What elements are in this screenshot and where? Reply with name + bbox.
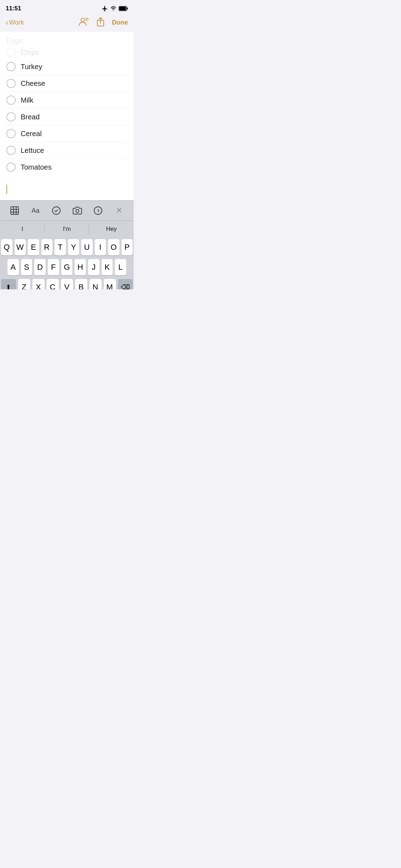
- svg-point-3: [81, 18, 84, 22]
- item-label-cheese: Cheese: [21, 79, 45, 88]
- svg-rect-8: [11, 207, 19, 215]
- checkbox-lettuce[interactable]: [6, 146, 16, 155]
- key-z[interactable]: Z: [18, 279, 30, 289]
- key-q[interactable]: Q: [1, 239, 12, 255]
- predictive-item-im[interactable]: I'm: [45, 221, 89, 237]
- key-u[interactable]: U: [81, 239, 93, 255]
- list-item: Cereal: [6, 125, 127, 142]
- collaboration-icon[interactable]: [78, 16, 89, 29]
- svg-line-17: [98, 211, 99, 212]
- key-b[interactable]: B: [75, 279, 87, 289]
- svg-point-14: [76, 210, 79, 213]
- chevron-left-icon: ‹: [6, 19, 8, 27]
- format-text-icon[interactable]: Aa: [29, 204, 42, 217]
- key-f[interactable]: F: [48, 259, 59, 275]
- wifi-icon: [110, 5, 117, 12]
- svg-point-13: [52, 207, 60, 215]
- faded-item-eggs: Eggs: [6, 35, 127, 46]
- key-m[interactable]: M: [104, 279, 116, 289]
- key-d[interactable]: D: [34, 259, 46, 275]
- markup-icon[interactable]: [92, 204, 104, 217]
- text-input-area[interactable]: [0, 179, 134, 200]
- keyboard: Q W E R T Y U I O P A S D F G H J K L ⬆ …: [0, 237, 134, 289]
- key-a[interactable]: A: [7, 259, 19, 275]
- formatting-toolbar: Aa ✕: [0, 200, 134, 221]
- predictive-bar: I I'm Hey: [0, 221, 134, 237]
- checklist-icon[interactable]: [50, 204, 63, 217]
- camera-icon[interactable]: [71, 204, 84, 217]
- predictive-item-hey[interactable]: Hey: [89, 221, 134, 237]
- checkbox-cheese[interactable]: [6, 79, 16, 88]
- keyboard-row-2: A S D F G H J K L: [1, 259, 133, 275]
- nav-bar: ‹ Work Done: [0, 14, 134, 32]
- item-label-tomatoes: Tomatoes: [21, 163, 52, 171]
- status-bar: 11:51: [0, 0, 134, 14]
- key-y[interactable]: Y: [68, 239, 79, 255]
- item-label-milk: Milk: [21, 96, 34, 104]
- key-t[interactable]: T: [55, 239, 66, 255]
- key-k[interactable]: K: [102, 259, 113, 275]
- checkbox-turkey[interactable]: [6, 62, 16, 71]
- back-label: Work: [9, 19, 24, 26]
- key-r[interactable]: R: [41, 239, 53, 255]
- keyboard-row-3: ⬆ Z X C V B N M ⌫: [1, 279, 133, 289]
- svg-rect-1: [127, 7, 128, 10]
- key-s[interactable]: S: [21, 259, 32, 275]
- list-item: Tomatoes: [6, 159, 127, 175]
- key-i[interactable]: I: [95, 239, 106, 255]
- checkbox-tomatoes[interactable]: [6, 162, 16, 172]
- key-e[interactable]: E: [28, 239, 39, 255]
- checkbox-bread[interactable]: [6, 112, 16, 122]
- airplane-icon: [102, 5, 108, 12]
- key-c[interactable]: C: [47, 279, 59, 289]
- done-button[interactable]: Done: [112, 19, 128, 26]
- keyboard-row-1: Q W E R T Y U I O P: [1, 239, 133, 255]
- key-p[interactable]: P: [122, 239, 133, 255]
- list-item: Bread: [6, 109, 127, 125]
- list-item: Cheese: [6, 75, 127, 92]
- faded-chips: Chips: [6, 46, 127, 58]
- checkbox-cereal[interactable]: [6, 129, 16, 138]
- list-item: Milk: [6, 92, 127, 109]
- key-j[interactable]: J: [88, 259, 99, 275]
- key-n[interactable]: N: [89, 279, 102, 289]
- list-item: Turkey: [6, 58, 127, 75]
- item-label-lettuce: Lettuce: [21, 146, 44, 155]
- table-icon[interactable]: [8, 204, 21, 217]
- key-v[interactable]: V: [61, 279, 73, 289]
- text-cursor: [6, 185, 7, 194]
- key-h[interactable]: H: [74, 259, 86, 275]
- item-label-bread: Bread: [21, 113, 40, 121]
- key-l[interactable]: L: [115, 259, 126, 275]
- note-content: Eggs Chips Turkey Cheese Milk Bread Cere…: [0, 32, 134, 179]
- status-icons: [102, 5, 128, 12]
- delete-key[interactable]: ⌫: [118, 279, 133, 289]
- add-person-icon: [78, 16, 89, 26]
- back-button[interactable]: ‹ Work: [6, 19, 24, 27]
- list-item: Lettuce: [6, 142, 127, 159]
- nav-actions: Done: [78, 16, 128, 29]
- key-w[interactable]: W: [15, 239, 26, 255]
- item-label-turkey: Turkey: [21, 63, 42, 71]
- svg-rect-2: [119, 7, 126, 11]
- predictive-item-i[interactable]: I: [0, 221, 45, 237]
- item-label-cereal: Cereal: [21, 130, 42, 138]
- shift-key[interactable]: ⬆: [1, 279, 16, 289]
- close-toolbar-icon[interactable]: ✕: [113, 204, 125, 217]
- share-icon[interactable]: [96, 17, 105, 29]
- key-x[interactable]: X: [32, 279, 45, 289]
- key-o[interactable]: O: [108, 239, 119, 255]
- key-g[interactable]: G: [61, 259, 73, 275]
- battery-icon: [119, 6, 128, 11]
- status-time: 11:51: [6, 5, 21, 12]
- checkbox-milk[interactable]: [6, 95, 16, 105]
